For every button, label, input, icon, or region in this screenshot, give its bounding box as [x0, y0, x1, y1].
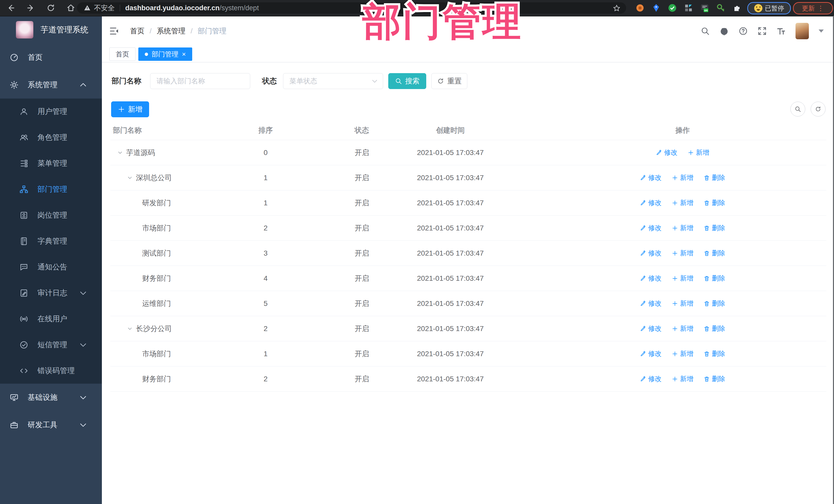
hamburger-icon[interactable]: [109, 26, 119, 36]
add-child-link[interactable]: 新增: [672, 299, 694, 308]
extension-icon-green-check[interactable]: [668, 3, 677, 13]
sidebar-item-dev-tools[interactable]: 研发工具: [0, 411, 102, 439]
delete-link[interactable]: 删除: [704, 299, 725, 308]
status-select[interactable]: 菜单状态: [283, 73, 383, 89]
insecure-warning-icon: [84, 4, 91, 12]
table-row: 市场部门 2 开启 2021-01-05 17:03:47 修改 新增 删除: [110, 216, 826, 241]
refresh-icon: [437, 78, 444, 85]
sidebar-item-system[interactable]: 系统管理: [0, 71, 102, 98]
github-icon[interactable]: [720, 26, 729, 36]
browser-profile-chip[interactable]: 已暂停: [747, 2, 791, 14]
modify-link[interactable]: 修改: [640, 374, 662, 384]
user-avatar[interactable]: [795, 23, 809, 39]
tab-dept-management[interactable]: 部门管理 ×: [138, 47, 192, 61]
modify-link[interactable]: 修改: [640, 299, 662, 308]
delete-link[interactable]: 删除: [704, 249, 725, 258]
scrollbar[interactable]: [833, 16, 834, 504]
close-icon[interactable]: ×: [182, 51, 186, 58]
forward-icon[interactable]: [27, 4, 35, 12]
delete-link[interactable]: 删除: [704, 198, 725, 207]
sidebar-item-posts[interactable]: 岗位管理: [0, 202, 102, 228]
chevron-down-icon: [79, 421, 88, 429]
dept-created: 2021-01-05 17:03:47: [400, 274, 500, 283]
add-child-link[interactable]: 新增: [672, 349, 694, 358]
modify-link[interactable]: 修改: [640, 173, 662, 182]
extension-icon-orange[interactable]: [635, 3, 644, 13]
search-icon[interactable]: [701, 26, 710, 36]
app-logo-row[interactable]: 芋道管理系统: [0, 16, 102, 44]
sidebar-item-notice[interactable]: 通知公告: [0, 254, 102, 280]
tab-home[interactable]: 首页: [109, 47, 135, 61]
sidebar-item-users[interactable]: 用户管理: [0, 98, 102, 125]
add-child-link[interactable]: 新增: [672, 223, 694, 233]
delete-link[interactable]: 删除: [704, 274, 725, 283]
sidebar-item-label: 岗位管理: [38, 210, 67, 220]
reset-button[interactable]: 重置: [431, 73, 467, 89]
add-child-link[interactable]: 新增: [672, 198, 694, 207]
delete-link[interactable]: 删除: [704, 374, 725, 384]
sidebar-item-online-users[interactable]: 在线用户: [0, 306, 102, 332]
url-host[interactable]: dashboard.yudao.iocoder.cn: [125, 4, 220, 12]
caret-down-icon[interactable]: [819, 29, 824, 32]
sidebar-item-infrastructure[interactable]: 基础设施: [0, 384, 102, 411]
add-child-link[interactable]: 新增: [672, 324, 694, 333]
modify-link[interactable]: 修改: [656, 148, 678, 157]
home-icon[interactable]: [67, 4, 75, 12]
address-bar[interactable]: 不安全 dashboard.yudao.iocoder.cn/system/de…: [77, 2, 626, 14]
sidebar-item-depts[interactable]: 部门管理: [0, 176, 102, 202]
help-icon[interactable]: [739, 26, 748, 36]
security-label[interactable]: 不安全: [94, 3, 115, 13]
extension-icon-grid[interactable]: [684, 3, 693, 13]
table-header-row: 部门名称 排序 状态 创建时间 操作: [110, 120, 826, 140]
search-button[interactable]: 搜索: [388, 73, 426, 89]
extension-icon-puzzle[interactable]: [732, 3, 742, 13]
fullscreen-icon[interactable]: [758, 26, 767, 36]
modify-link[interactable]: 修改: [640, 249, 662, 258]
modify-link[interactable]: 修改: [640, 324, 662, 333]
reload-icon[interactable]: [47, 4, 55, 12]
bookmark-star-icon[interactable]: [613, 4, 620, 12]
add-child-link[interactable]: 新增: [672, 374, 694, 384]
table-row: 长沙分公司 2 开启 2021-01-05 17:03:47 修改 新增 删除: [110, 316, 826, 341]
add-child-link[interactable]: 新增: [672, 249, 694, 258]
extension-icon-on-badge[interactable]: on: [700, 3, 709, 13]
add-child-link[interactable]: 新增: [672, 274, 694, 283]
column-header-sort: 排序: [246, 126, 285, 135]
sidebar-item-sms[interactable]: 短信管理: [0, 332, 102, 358]
toggle-search-button[interactable]: [790, 102, 805, 116]
dept-name-input[interactable]: [150, 73, 250, 89]
monitor-icon: [10, 393, 19, 402]
browser-update-button[interactable]: 更新 ⋮: [793, 2, 833, 14]
browser-menu-dots-icon[interactable]: ⋮: [817, 7, 824, 9]
sidebar-item-label: 研发工具: [28, 420, 58, 430]
breadcrumb-home[interactable]: 首页: [130, 26, 145, 36]
add-child-link[interactable]: 新增: [688, 148, 709, 157]
sidebar-item-audit-log[interactable]: 审计日志: [0, 280, 102, 306]
sidebar-item-home[interactable]: 首页: [0, 44, 102, 71]
delete-link[interactable]: 删除: [704, 349, 725, 358]
breadcrumb-system[interactable]: 系统管理: [157, 26, 185, 36]
expand-caret-icon[interactable]: [117, 150, 123, 156]
modify-link[interactable]: 修改: [640, 274, 662, 283]
refresh-table-button[interactable]: [811, 102, 826, 116]
expand-caret-icon[interactable]: [127, 175, 133, 181]
delete-link[interactable]: 删除: [704, 223, 725, 233]
sidebar-item-error-codes[interactable]: 错误码管理: [0, 358, 102, 384]
extension-icon-blue-pin[interactable]: [652, 3, 661, 13]
modify-link[interactable]: 修改: [640, 223, 662, 233]
sidebar-item-dict[interactable]: 字典管理: [0, 228, 102, 254]
expand-caret-icon[interactable]: [127, 326, 133, 332]
add-button[interactable]: 新增: [111, 101, 149, 117]
back-icon[interactable]: [7, 4, 15, 12]
edit-icon: [640, 225, 646, 231]
modify-link[interactable]: 修改: [640, 198, 662, 207]
sidebar-item-menus[interactable]: 菜单管理: [0, 150, 102, 176]
modify-link[interactable]: 修改: [640, 349, 662, 358]
sidebar-item-roles[interactable]: 角色管理: [0, 125, 102, 150]
url-path[interactable]: /system/dept: [220, 4, 259, 12]
delete-link[interactable]: 删除: [704, 324, 725, 333]
font-size-icon[interactable]: [776, 26, 786, 36]
delete-link[interactable]: 删除: [704, 173, 725, 182]
extension-icon-key[interactable]: [716, 3, 725, 13]
add-child-link[interactable]: 新增: [672, 173, 694, 182]
